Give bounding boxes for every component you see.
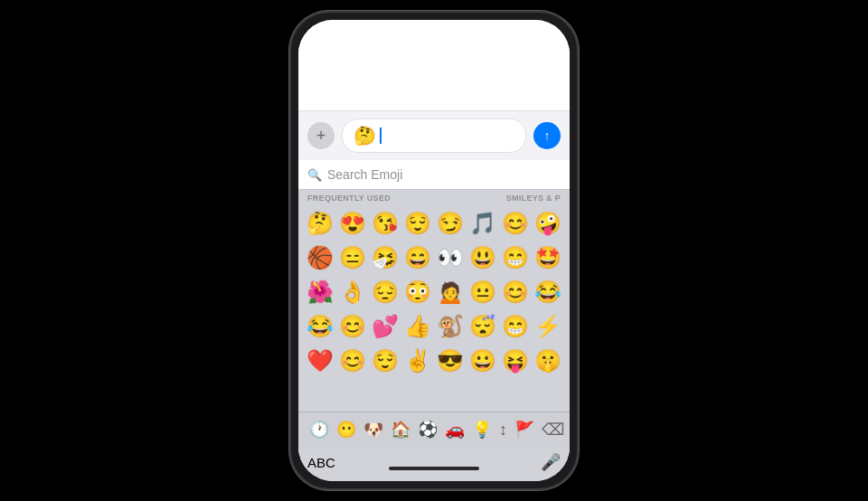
send-arrow-icon: ↑ [544, 128, 551, 143]
search-bar[interactable]: 🔍 Search Emoji [298, 160, 570, 190]
emoji-kiss[interactable]: 😘 [369, 207, 401, 240]
search-placeholder: Search Emoji [327, 167, 402, 182]
emoji-laughing[interactable]: 😂 [304, 310, 336, 343]
emoji-row-3: 🌺 👌 😔 😳 🙍 😐 😊 😂 [304, 275, 564, 309]
emoji-smirk[interactable]: 😏 [434, 207, 467, 240]
emoji-basketball[interactable]: 🏀 [304, 241, 336, 274]
emoji-grin2[interactable]: 😀 [467, 345, 499, 377]
emoji-grin[interactable]: 😄 [401, 241, 434, 274]
category-headers: FREQUENTLY USED SMILEYS & P [298, 190, 570, 204]
send-button[interactable]: ↑ [533, 122, 561, 149]
messages-area [298, 20, 570, 110]
home-indicator [389, 467, 479, 470]
smileys-label: SMILEYS & P [506, 194, 561, 203]
emoji-peace[interactable]: ✌️ [401, 345, 434, 377]
emoji-row-5: ❤️ 😊 😌 ✌️ 😎 😀 😝 🤫 [304, 344, 564, 378]
toolbar-places-icon[interactable]: 🏠 [387, 418, 414, 441]
message-input[interactable]: 🤔 [342, 118, 526, 153]
emoji-heart-eyes[interactable]: 😍 [336, 207, 369, 240]
emoji-grid: 🤔 😍 😘 😌 😏 🎵 😊 🤪 🏀 😑 🤧 😄 👀 😃 [298, 204, 570, 411]
emoji-row-1: 🤔 😍 😘 😌 😏 🎵 😊 🤪 [304, 206, 564, 241]
emoji-thumbsup[interactable]: 👍 [401, 310, 434, 343]
emoji-zap[interactable]: ⚡ [532, 310, 564, 343]
emoji-smile[interactable]: 😊 [499, 207, 532, 240]
toolbar-flags-icon[interactable]: 🚩 [511, 418, 538, 441]
plus-button[interactable]: + [307, 122, 335, 149]
text-cursor [380, 128, 382, 144]
input-bar: + 🤔 ↑ [298, 110, 570, 160]
emoji-beaming[interactable]: 😁 [499, 241, 532, 274]
emoji-music[interactable]: 🎵 [467, 207, 499, 240]
emoji-flushed[interactable]: 😳 [401, 276, 434, 308]
toolbar-recent-icon[interactable]: 🕐 [306, 418, 333, 441]
emoji-pensive[interactable]: 😔 [369, 276, 401, 308]
emoji-monkey[interactable]: 🐒 [434, 310, 467, 343]
emoji-neutral[interactable]: 😐 [467, 276, 499, 308]
toolbar-smileys-icon[interactable]: 😶 [333, 418, 360, 441]
toolbar-animals-icon[interactable]: 🐶 [360, 418, 387, 441]
emoji-rofl[interactable]: 😂 [532, 276, 564, 308]
emoji-sleeping[interactable]: 😴 [467, 310, 499, 343]
emoji-thinking[interactable]: 🤔 [304, 207, 336, 240]
emoji-sunglasses[interactable]: 😎 [434, 345, 467, 377]
phone-screen: + 🤔 ↑ 🔍 Search Emoji FREQUENTLY USED SMI… [298, 20, 570, 481]
emoji-hibiscus[interactable]: 🌺 [304, 276, 336, 308]
emoji-expressionless[interactable]: 😑 [336, 241, 369, 274]
toolbar-symbols-icon[interactable]: ↕️ [495, 419, 511, 441]
emoji-stuck-out-tongue[interactable]: 😝 [499, 345, 532, 377]
phone-frame: + 🤔 ↑ 🔍 Search Emoji FREQUENTLY USED SMI… [289, 11, 579, 490]
emoji-smile2[interactable]: 😊 [336, 345, 369, 377]
emoji-starstruck[interactable]: 🤩 [532, 241, 564, 274]
emoji-wacky[interactable]: 🤪 [532, 207, 564, 240]
toolbar-delete-icon[interactable]: ⌫ [538, 418, 568, 441]
microphone-icon[interactable]: 🎤 [541, 452, 561, 472]
emoji-person[interactable]: 🙍 [434, 276, 467, 308]
emoji-relieved[interactable]: 😌 [401, 207, 434, 240]
emoji-keyboard: 🔍 Search Emoji FREQUENTLY USED SMILEYS &… [298, 160, 570, 481]
input-emoji: 🤔 [354, 125, 376, 147]
emoji-blush[interactable]: 😊 [336, 310, 369, 343]
toolbar-travel-icon[interactable]: 🚗 [441, 418, 468, 441]
emoji-ok-hand[interactable]: 👌 [336, 276, 369, 308]
emoji-shushing[interactable]: 🤫 [532, 345, 564, 377]
emoji-two-hearts[interactable]: 💕 [369, 310, 401, 343]
frequently-used-label: FREQUENTLY USED [307, 194, 391, 203]
toolbar-activities-icon[interactable]: ⚽ [414, 418, 441, 441]
emoji-row-4: 😂 😊 💕 👍 🐒 😴 😁 ⚡ [304, 309, 564, 344]
emoji-red-heart[interactable]: ❤️ [304, 345, 336, 377]
search-icon: 🔍 [307, 168, 322, 182]
emoji-grinning[interactable]: 😁 [499, 310, 532, 343]
emoji-row-2: 🏀 😑 🤧 😄 👀 😃 😁 🤩 [304, 241, 564, 275]
emoji-toolbar: 🕐 😶 🐶 🏠 ⚽ 🚗 💡 ↕️ 🚩 ⌫ [298, 411, 570, 447]
abc-button[interactable]: ABC [307, 455, 335, 470]
bottom-bar: ABC 🎤 [298, 447, 570, 481]
emoji-relaxed[interactable]: 😌 [369, 345, 401, 377]
emoji-sneezing[interactable]: 🤧 [369, 241, 401, 274]
emoji-happy[interactable]: 😊 [499, 276, 532, 308]
emoji-eyes[interactable]: 👀 [434, 241, 467, 274]
emoji-smiley[interactable]: 😃 [467, 241, 499, 274]
toolbar-objects-icon[interactable]: 💡 [468, 418, 495, 441]
